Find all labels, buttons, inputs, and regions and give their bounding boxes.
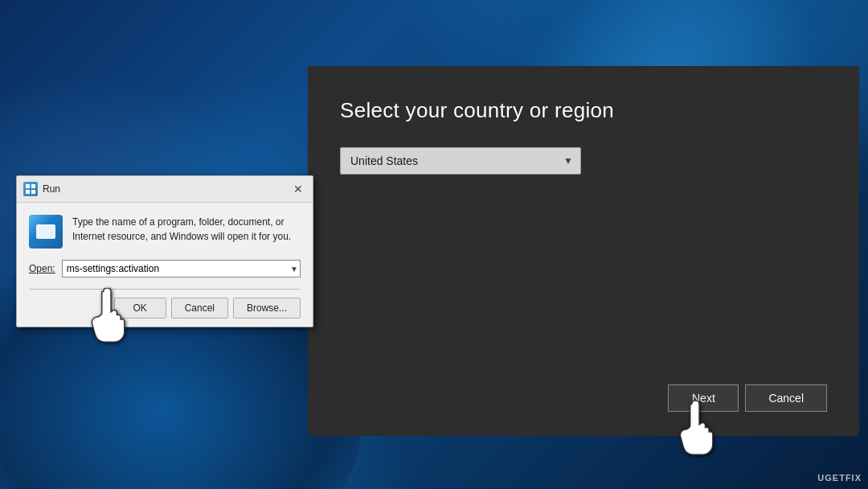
run-top-section: Type the name of a program, folder, docu…	[29, 215, 301, 249]
run-ok-button[interactable]: OK	[114, 298, 166, 318]
run-command-input[interactable]	[62, 260, 301, 277]
run-close-button[interactable]: ✕	[290, 181, 306, 197]
run-big-icon	[29, 215, 63, 249]
svg-rect-1	[31, 184, 35, 188]
run-input-dropdown-icon[interactable]: ▼	[290, 265, 298, 273]
run-title-left: Run	[23, 182, 60, 196]
svg-rect-0	[26, 184, 30, 188]
run-open-label: Open:	[29, 263, 55, 274]
oobe-buttons: Next Cancel	[340, 384, 827, 412]
svg-rect-2	[26, 190, 30, 194]
oobe-spacer	[340, 175, 827, 384]
run-actions: OK Cancel Browse...	[29, 298, 301, 318]
oobe-title: Select your country or region	[340, 98, 827, 123]
svg-rect-3	[31, 190, 35, 194]
run-description: Type the name of a program, folder, docu…	[72, 215, 301, 244]
run-dialog: Run ✕ Type the name of a program, folder…	[16, 175, 313, 327]
oobe-cancel-button[interactable]: Cancel	[745, 384, 827, 412]
run-app-icon	[23, 182, 38, 196]
run-cancel-button[interactable]: Cancel	[171, 298, 228, 318]
run-input-wrapper: ▼	[62, 260, 301, 277]
next-button[interactable]: Next	[668, 384, 739, 412]
watermark: UGETFIX	[817, 473, 862, 483]
country-select[interactable]: United States United Kingdom Canada Aust…	[340, 147, 581, 175]
run-body: Type the name of a program, folder, docu…	[17, 203, 313, 327]
run-divider	[29, 289, 301, 290]
country-select-wrapper: United States United Kingdom Canada Aust…	[340, 147, 581, 175]
run-titlebar: Run ✕	[17, 176, 313, 203]
run-dialog-title: Run	[43, 183, 60, 195]
oobe-dialog: Select your country or region United Sta…	[308, 66, 859, 436]
run-input-row: Open: ▼	[29, 260, 301, 277]
run-browse-button[interactable]: Browse...	[233, 298, 301, 318]
